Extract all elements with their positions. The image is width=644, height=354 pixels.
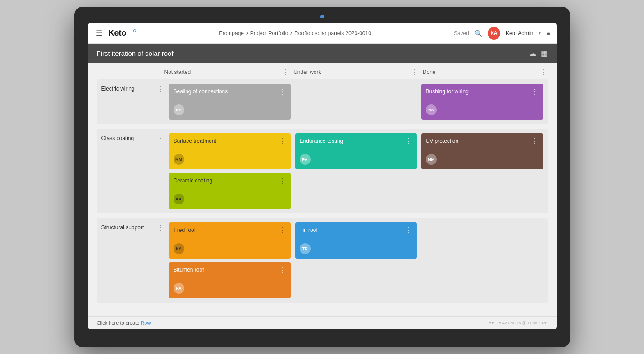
card-header: Bushing for wiring ⋮: [426, 88, 539, 95]
row-more-electric-wiring[interactable]: ⋮: [157, 86, 164, 93]
card-title: Tin roof: [300, 227, 405, 233]
card-footer: RS: [426, 104, 539, 115]
card-footer: MM: [174, 154, 286, 165]
card-header: Surface treatment ⋮: [174, 138, 286, 145]
card-title: Endurance testing: [300, 138, 405, 144]
card-surface-treatment[interactable]: Surface treatment ⋮ MM: [169, 133, 291, 169]
card-bitumen-roof[interactable]: Bitumen roof ⋮ PA: [169, 262, 291, 298]
card-tin-roof[interactable]: Tin roof ⋮ TK: [295, 222, 417, 259]
card-footer: PA: [300, 154, 412, 165]
row-label-electric-wiring: Electric wiring: [101, 86, 135, 92]
hamburger-icon[interactable]: ≡: [546, 30, 550, 37]
page-header-actions: ☁ ▦: [529, 49, 548, 58]
card-footer: PA: [174, 283, 286, 294]
bottom-bar: Click here to create Row REL. 5.42.0RC13…: [88, 316, 557, 329]
col-header-empty: [97, 68, 160, 76]
col-cell-ew-done: Bushing for wiring ⋮ RS: [421, 84, 543, 120]
col-header-more-under-work[interactable]: ⋮: [411, 68, 418, 76]
card-more[interactable]: ⋮: [279, 267, 286, 274]
laptop-frame: ☰ Keto° Frontpage > Project Portfolio > …: [74, 7, 570, 347]
create-row-area: Click here to create Row: [97, 320, 151, 326]
card-footer: KA: [174, 194, 286, 204]
card-uv-protection[interactable]: UV protection ⋮ MM: [421, 133, 543, 169]
card-more[interactable]: ⋮: [279, 88, 286, 95]
user-name: Keto Admin: [506, 30, 533, 36]
card-more[interactable]: ⋮: [531, 138, 539, 145]
board-row-glass-coating: Glass coating ⋮ Surface treatment ⋮ MM: [97, 129, 548, 213]
row-label-cell: Glass coating ⋮: [101, 133, 164, 142]
card-title: Tiled roof: [174, 227, 279, 233]
upload-icon[interactable]: ☁: [529, 49, 536, 58]
card-ceramic-coating[interactable]: Ceramic coating ⋮ KA: [169, 173, 291, 209]
version-text: REL. 5.42.0RC13 @ 11.06.2020: [489, 321, 548, 325]
card-endurance-testing[interactable]: Endurance testing ⋮ PA: [295, 133, 417, 169]
card-title: Surface treatment: [174, 138, 279, 144]
col-header-more-not-started[interactable]: ⋮: [282, 68, 289, 76]
card-avatar: TK: [300, 243, 311, 254]
row-more-structural-support[interactable]: ⋮: [157, 224, 164, 231]
card-footer: KA: [174, 104, 286, 115]
card-title: Ceramic coating: [174, 177, 279, 184]
card-header: Tiled roof ⋮: [174, 227, 286, 234]
col-cell-ew-not-started: Sealing of connections ⋮ KA: [169, 84, 291, 120]
screen: ☰ Keto° Frontpage > Project Portfolio > …: [88, 23, 557, 329]
card-header: Endurance testing ⋮: [300, 138, 412, 145]
card-header: Ceramic coating ⋮: [174, 177, 286, 185]
col-header-under-work: Under work ⋮: [293, 68, 418, 76]
card-header: Sealing of connections ⋮: [174, 88, 286, 95]
logo-dot: °: [133, 28, 137, 38]
card-bushing-for-wiring[interactable]: Bushing for wiring ⋮ RS: [421, 84, 543, 120]
board-row-structural-support: Structural support ⋮ Tiled roof ⋮ KA: [97, 218, 548, 303]
row-label-structural-support: Structural support: [101, 224, 144, 231]
layout-icon[interactable]: ▦: [541, 49, 548, 58]
user-menu-chevron[interactable]: ▾: [539, 31, 541, 36]
col-header-done: Done ⋮: [423, 68, 548, 76]
card-more[interactable]: ⋮: [279, 138, 286, 145]
card-footer: TK: [300, 243, 412, 254]
row-label-glass-coating: Glass coating: [101, 135, 134, 141]
create-row-link[interactable]: Row: [141, 320, 151, 326]
card-avatar: RS: [426, 104, 437, 115]
card-avatar: MM: [426, 154, 437, 165]
card-avatar: MM: [174, 154, 184, 165]
card-more[interactable]: ⋮: [405, 227, 412, 234]
card-header: UV protection ⋮: [426, 138, 539, 145]
logo-text: Keto: [109, 28, 127, 38]
saved-status: Saved: [454, 30, 469, 36]
page-title: First iteration of solar roof: [97, 50, 174, 57]
create-text: Click here to create: [97, 320, 140, 326]
card-title: Sealing of connections: [174, 88, 279, 95]
topbar-right: Saved 🔍 KA Keto Admin ▾ ≡: [454, 27, 550, 40]
search-icon[interactable]: 🔍: [475, 30, 482, 37]
card-tiled-roof[interactable]: Tiled roof ⋮ KA: [169, 222, 291, 259]
card-avatar: PA: [300, 154, 311, 165]
col-header-not-started: Not started ⋮: [164, 68, 289, 76]
card-more[interactable]: ⋮: [279, 177, 286, 185]
col-cell-gc-not-started: Surface treatment ⋮ MM Ceramic coating ⋮: [169, 133, 291, 209]
card-more[interactable]: ⋮: [531, 88, 539, 95]
row-label-cell: Structural support ⋮: [101, 222, 164, 231]
user-avatar[interactable]: KA: [488, 27, 500, 40]
card-title: Bitumen roof: [174, 267, 279, 273]
card-title: Bushing for wiring: [426, 88, 531, 95]
card-footer: KA: [174, 243, 286, 254]
card-footer: MM: [426, 154, 539, 165]
menu-icon[interactable]: ☰: [94, 27, 104, 39]
col-cell-gc-done: UV protection ⋮ MM: [421, 133, 543, 169]
card-more[interactable]: ⋮: [279, 227, 286, 234]
col-cell-ss-under-work: Tin roof ⋮ TK: [295, 222, 417, 259]
card-more[interactable]: ⋮: [405, 138, 412, 145]
column-headers: Not started ⋮ Under work ⋮ Done ⋮: [97, 63, 548, 79]
card-sealing-of-connections[interactable]: Sealing of connections ⋮ KA: [169, 84, 291, 120]
col-header-more-done[interactable]: ⋮: [540, 68, 547, 76]
card-header: Bitumen roof ⋮: [174, 267, 286, 274]
breadcrumb: Frontpage > Project Portfolio > Rooftop …: [141, 30, 449, 36]
board-row-electric-wiring: Electric wiring ⋮ Sealing of connections…: [97, 79, 548, 124]
topbar: ☰ Keto° Frontpage > Project Portfolio > …: [88, 23, 557, 44]
row-more-glass-coating[interactable]: ⋮: [157, 135, 164, 142]
col-cell-gc-under-work: Endurance testing ⋮ PA: [295, 133, 417, 169]
card-avatar: PA: [174, 283, 184, 294]
card-avatar: KA: [174, 194, 184, 204]
card-avatar: KA: [174, 104, 184, 115]
board-container: Not started ⋮ Under work ⋮ Done ⋮ Electr…: [88, 63, 557, 316]
